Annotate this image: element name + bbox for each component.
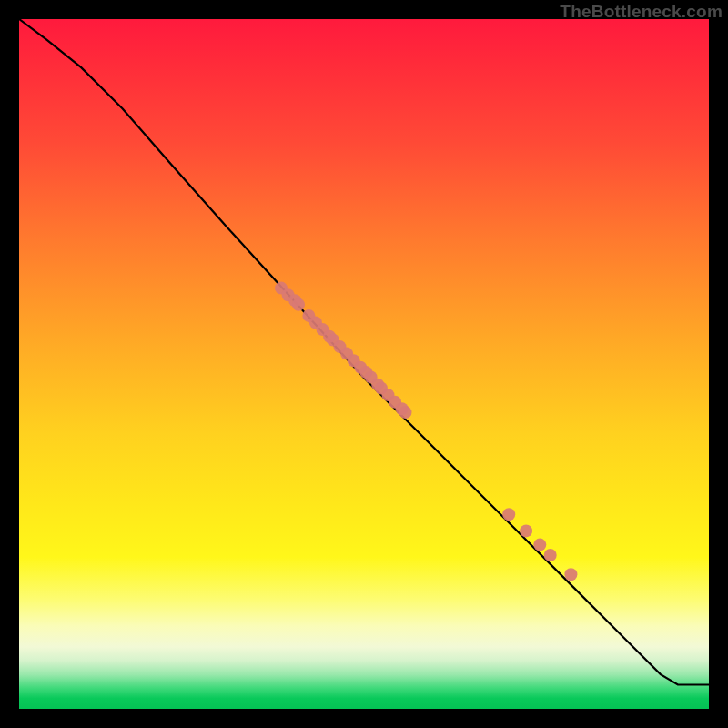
- chart-background-gradient: [19, 19, 709, 709]
- chart-frame: [19, 19, 709, 709]
- watermark-text: TheBottleneck.com: [560, 2, 723, 22]
